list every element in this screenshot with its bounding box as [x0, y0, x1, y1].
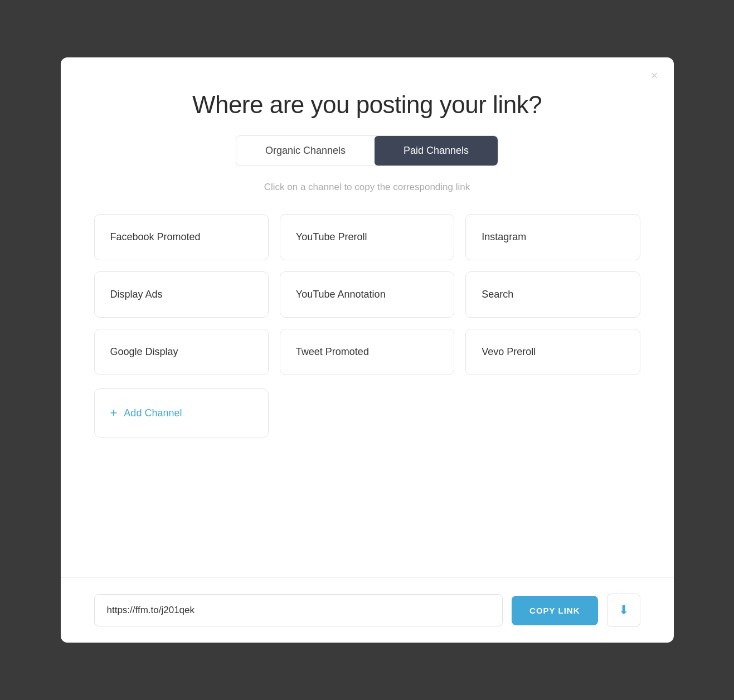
channel-search[interactable]: Search [465, 271, 640, 318]
modal-title: Where are you posting your link? [94, 91, 640, 119]
channel-display-ads[interactable]: Display Ads [94, 271, 269, 318]
copy-link-button[interactable]: COPY LINK [512, 596, 597, 625]
tab-paid[interactable]: Paid Channels [375, 136, 498, 166]
tab-group: Organic Channels Paid Channels [236, 135, 498, 166]
channel-youtube-preroll[interactable]: YouTube Preroll [280, 214, 454, 260]
channel-youtube-annotation[interactable]: YouTube Annotation [280, 271, 454, 318]
channel-instagram[interactable]: Instagram [465, 214, 640, 260]
add-channel-label: Add Channel [124, 407, 182, 419]
channel-subtitle: Click on a channel to copy the correspon… [94, 182, 640, 193]
add-channel-button[interactable]: + Add Channel [94, 388, 269, 438]
modal-body: Organic Channels Paid Channels Click on … [61, 135, 674, 577]
channel-facebook-promoted[interactable]: Facebook Promoted [94, 214, 269, 260]
channels-grid: Facebook Promoted YouTube Preroll Instag… [94, 214, 640, 375]
download-button[interactable]: ⬇ [607, 594, 640, 627]
close-button[interactable]: × [648, 67, 662, 84]
channel-google-display[interactable]: Google Display [94, 329, 269, 375]
tab-container: Organic Channels Paid Channels [94, 135, 640, 166]
tab-organic[interactable]: Organic Channels [236, 136, 375, 166]
modal-header: Where are you posting your link? [61, 57, 674, 135]
plus-icon: + [110, 406, 118, 420]
modal-footer: COPY LINK ⬇ [61, 577, 674, 643]
modal-overlay: × Where are you posting your link? Organ… [0, 0, 734, 700]
last-row: + Add Channel [94, 388, 640, 438]
download-icon: ⬇ [619, 603, 629, 618]
channel-vevo-preroll[interactable]: Vevo Preroll [465, 329, 640, 375]
link-input[interactable] [94, 594, 503, 626]
channel-tweet-promoted[interactable]: Tweet Promoted [280, 329, 454, 375]
modal-dialog: × Where are you posting your link? Organ… [61, 57, 674, 643]
